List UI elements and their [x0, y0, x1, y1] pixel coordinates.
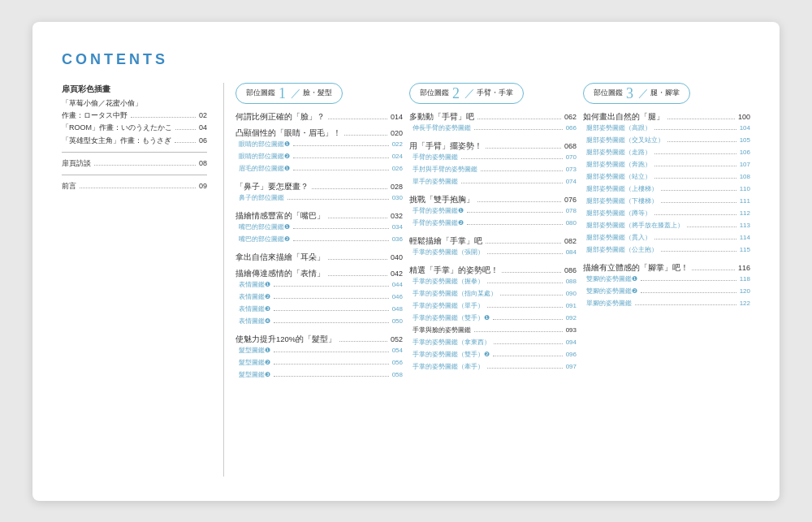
sub-item: 腿部姿勢圖鑑（交叉站立） 105: [586, 136, 750, 145]
sub-text: 嘴巴的部位圖鑑❷: [239, 235, 290, 244]
toc-dots: [474, 331, 563, 332]
toc-page: 036: [392, 235, 403, 243]
sub-item: 腿部姿勢圖鑑（公主抱） 115: [586, 245, 750, 254]
sub-item: 手掌的姿勢圖鑑（雙手）❷ 096: [412, 350, 577, 359]
sub-item: 嘴巴的部位圖鑑❷ 036: [239, 235, 403, 244]
sub-items: 手掌的姿勢圖鑑（張開） 084: [409, 248, 577, 257]
toc-dots: [502, 272, 561, 273]
toc-item: 用「手臂」擺姿勢！ 068 手臂的姿勢圖鑑 070 手肘與手臂的姿勢圖: [409, 141, 577, 189]
toc-dots: [487, 283, 563, 283]
toc-dots: [654, 214, 736, 215]
sub-item: 伸長手臂的姿勢圖鑑 066: [412, 123, 577, 132]
toc-items-col2: 多動動「手臂」吧 062 伸長手臂的姿勢圖鑑 066: [409, 112, 577, 377]
section-col-2: 部位圖鑑 2 ／ 手臂・手掌 多動動「手臂」吧 062: [409, 83, 577, 477]
toc-page: 022: [392, 140, 403, 148]
toc-page: 046: [392, 293, 403, 300]
divider: [62, 152, 207, 153]
toc-page: 050: [392, 317, 403, 325]
toc-title-text: 描繪傳達感情的「表情」: [235, 269, 325, 279]
toc-title-text: 「鼻子」要怎麼畫？: [235, 182, 309, 192]
sub-item: 手掌的姿勢圖鑑（指向某處） 090: [412, 289, 577, 298]
toc-main-title: 使魅力提升120%的「髮型」 052: [235, 334, 403, 345]
header-num-3: 3: [626, 86, 633, 101]
sub-item: 表情圖鑑❷ 046: [239, 292, 403, 301]
sub-text: 腿部姿勢圖鑑（將手放在膝蓋上）: [586, 221, 684, 230]
toc-page: 073: [566, 166, 577, 173]
toc-entry: 「ROOM」作畫：いのうえたかこ 04: [62, 122, 207, 134]
sub-item: 手掌的姿勢圖鑑（牽手） 097: [412, 362, 577, 371]
toc-dots: [175, 129, 196, 130]
toc-page: 042: [391, 270, 403, 278]
toc-dots: [474, 129, 563, 130]
toc-dots: [344, 135, 387, 136]
toc-page: 108: [740, 173, 750, 180]
sub-text: 腿部姿勢圖鑑（奔跑）: [586, 160, 651, 169]
toc-entry: 「草莓小偷／花蜜小偷」: [62, 97, 207, 110]
toc-item: 描繪傳達感情的「表情」 042 表情圖鑑❶ 044 表情圖鑑❷: [235, 269, 403, 329]
sub-item: 手臂的姿勢圖鑑 070: [412, 153, 577, 162]
toc-dots: [654, 129, 736, 130]
toc-dots: [287, 199, 389, 200]
toc-item: 輕鬆描繪「手掌」吧 082 手掌的姿勢圖鑑（張開） 084: [409, 236, 577, 260]
toc-text: 扉頁訪談: [62, 157, 91, 170]
section-header-3: 部位圖鑑 3 ／ 腿・腳掌: [583, 83, 690, 104]
toc-page: 032: [391, 212, 403, 220]
sub-items: 手臂的姿勢圖鑑❶ 078 手臂的姿勢圖鑑❷ 080: [409, 206, 577, 227]
sub-text: 手掌的姿勢圖鑑（單手）: [412, 301, 484, 310]
toc-entry: 扉頁訪談 08: [62, 157, 207, 170]
toc-page: 111: [740, 197, 750, 205]
toc-dots: [654, 178, 736, 179]
toc-dots: [661, 202, 736, 203]
sub-items: 嘴巴的部位圖鑑❶ 034 嘴巴的部位圖鑑❷ 036: [235, 222, 403, 244]
toc-dots: [328, 275, 387, 276]
sub-item: 手掌的姿勢圖鑑（握拳） 088: [412, 277, 577, 286]
toc-title-text: 輕鬆描繪「手掌」吧: [409, 236, 482, 247]
toc-main-title: 如何畫出自然的「腿」 100: [583, 112, 750, 123]
toc-main-title: 拿出自信來描繪「耳朵」 040: [235, 252, 403, 263]
toc-items-col3: 如何畫出自然的「腿」 100 腿部姿勢圖鑑（高跟） 104 腿部姿勢圖: [583, 112, 750, 314]
toc-title-text: 拿出自信來描繪「耳朵」: [235, 252, 325, 263]
toc-dots: [494, 343, 563, 344]
sub-text: 手肘與手臂的姿勢圖鑑: [412, 165, 477, 174]
header-subtitle-3: 腿・腳掌: [650, 88, 680, 98]
toc-page: 070: [566, 153, 577, 161]
toc-dots: [487, 253, 563, 254]
toc-dots: [654, 153, 736, 154]
toc-dots: [293, 240, 389, 241]
toc-dots: [486, 148, 561, 149]
toc-dots: [293, 170, 389, 170]
toc-page: 014: [391, 113, 403, 121]
toc-items-col1: 何謂比例正確的「臉」？ 014 凸顯個性的「眼睛・眉毛」！ 020: [235, 112, 403, 386]
toc-item: 拿出自信來描繪「耳朵」 040: [235, 252, 403, 263]
toc-dots: [477, 201, 561, 202]
toc-item: 何謂比例正確的「臉」？ 014: [235, 112, 403, 123]
toc-entry: 「英雄型女主角」作畫：もうさぎ 06: [62, 135, 207, 147]
toc-title-text: 描繪情感豐富的「嘴巴」: [235, 211, 325, 222]
toc-page: 084: [566, 248, 577, 256]
toc-dots: [667, 141, 736, 142]
toc-dots: [293, 157, 389, 158]
header-slash-3: ／: [638, 86, 649, 101]
sub-text: 腿部姿勢圖鑑（交叉站立）: [586, 136, 664, 145]
toc-page: 052: [391, 335, 403, 343]
sub-item: 手掌的姿勢圖鑑（雙手）❶ 092: [412, 313, 577, 322]
left-column: 扉頁彩色插畫 「草莓小偷／花蜜小偷」 作畫：ロータス中野 02 「ROOM」作畫…: [62, 83, 224, 477]
sub-text: 手掌的姿勢圖鑑（雙手）❷: [412, 350, 490, 359]
contents-title: CONTENTS: [62, 51, 750, 68]
toc-dots: [274, 286, 389, 287]
sub-item: 手掌的姿勢圖鑑（張開） 084: [412, 248, 577, 257]
sub-item: 髮型圖鑑❶ 054: [239, 346, 403, 355]
toc-page: 06: [199, 135, 207, 147]
toc-main-title: 凸顯個性的「眼睛・眉毛」！ 020: [235, 128, 403, 139]
sub-item: 腿部姿勢圖鑑（下樓梯） 111: [586, 196, 750, 205]
toc-dots: [328, 259, 387, 260]
left-section-interview: 扉頁訪談 08: [62, 157, 207, 170]
toc-dots: [654, 239, 736, 239]
sub-items: 眼睛的部位圖鑑❶ 022 眼睛的部位圖鑑❷ 024 眉毛的部位圖鑑❶: [235, 140, 403, 173]
toc-page: 094: [566, 339, 577, 346]
header-num-2: 2: [452, 86, 460, 101]
sub-text: 腿部姿勢圖鑑（高跟）: [586, 123, 651, 132]
sub-text: 眼睛的部位圖鑑❶: [239, 140, 290, 149]
toc-dots: [274, 364, 389, 365]
sub-item: 嘴巴的部位圖鑑❶ 034: [239, 222, 403, 231]
